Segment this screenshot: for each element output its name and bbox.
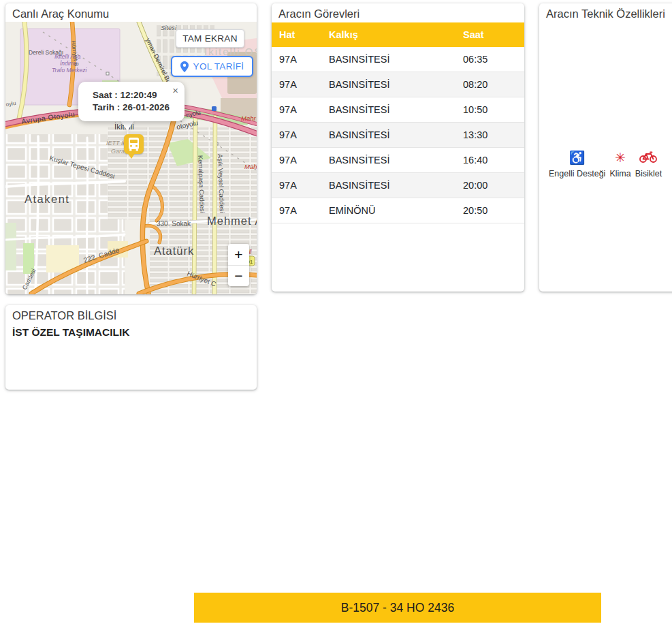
cell-hat: 97A (272, 129, 321, 140)
bicycle-icon (639, 151, 657, 167)
table-row: 97A BASINSİTESİ 13:30 (272, 123, 524, 148)
cell-saat: 10:50 (455, 104, 524, 115)
zoom-out-button[interactable]: − (228, 265, 249, 287)
cell-saat: 20:00 (455, 180, 524, 191)
map-label-atakent: Atakent (25, 193, 69, 205)
cell-hat: 97A (272, 104, 321, 115)
cell-saat: 16:40 (455, 155, 524, 166)
map-label-iett2: Gara (111, 148, 125, 155)
map-label-ataturk: Atatürk (154, 245, 194, 257)
tasks-table: Hat Kalkış Saat 97A BASINSİTESİ 06:35 97… (272, 22, 524, 223)
cell-hat: 97A (272, 180, 321, 191)
table-row: 97A EMİNÖNÜ 20:50 (272, 198, 524, 223)
popup-close-icon[interactable]: × (171, 84, 180, 97)
wheelchair-icon: ♿ (569, 151, 586, 167)
cell-kalkis: BASINSİTESİ (321, 155, 455, 166)
vehicle-tracking-page: Canlı Araç Konumu (0, 0, 672, 624)
feature-bisiklet: Bisiklet (635, 151, 662, 178)
live-location-card: Canlı Araç Konumu (5, 3, 257, 294)
directions-button-label: YOL TARİFİ (193, 61, 244, 72)
cell-saat: 06:35 (455, 54, 524, 65)
cell-saat: 20:50 (455, 205, 524, 216)
cell-kalkis: BASINSİTESİ (321, 104, 455, 115)
column-header-saat: Saat (455, 29, 524, 40)
plate-text: B-1507 - 34 HO 2436 (341, 601, 454, 615)
fullscreen-button[interactable]: TAM EKRAN (176, 29, 244, 48)
cell-hat: 97A (272, 54, 321, 65)
tech-card-title: Aracın Teknik Özellikleri (539, 3, 672, 22)
map-label-mah: Mah (244, 163, 257, 170)
cell-hat: 97A (272, 79, 321, 90)
feature-wheelchair: ♿ Engelli Desteği (549, 151, 605, 178)
feature-label: Klima (609, 169, 630, 178)
table-row: 97A BASINSİTESİ 08:20 (272, 72, 524, 97)
cell-saat: 08:20 (455, 79, 524, 90)
feature-label: Bisiklet (635, 169, 662, 178)
vehicle-tasks-card: Aracın Görevleri Hat Kalkış Saat 97A BAS… (272, 3, 524, 292)
feature-list: ♿ Engelli Desteği ✳ Klima Bisiklet (549, 151, 662, 178)
vehicle-info-popup: Saat : 12:20:49 Tarih : 26-01-2026 × (78, 82, 185, 121)
cell-kalkis: BASINSİTESİ (321, 180, 455, 191)
table-row: 97A BASINSİTESİ 16:40 (272, 148, 524, 173)
map-label-sitesi: Sitesi (161, 24, 177, 31)
feature-klima: ✳ Klima (609, 151, 630, 178)
map-label-330sokak: 330. Sokak (157, 220, 191, 228)
operator-card-title: OPERATOR BİLGİSİ (5, 305, 257, 324)
directions-button[interactable]: YOL TARİFİ (171, 56, 253, 77)
technical-features-card: Aracın Teknik Özellikleri ♿ Engelli Dest… (539, 3, 672, 292)
column-header-hat: Hat (272, 29, 321, 40)
column-header-kalkis: Kalkış (321, 29, 455, 40)
tasks-table-header: Hat Kalkış Saat (272, 22, 524, 47)
map-label-trafo3: Trafo Merkezi (52, 67, 87, 74)
cell-hat: 97A (272, 205, 321, 216)
table-row: 97A BASINSİTESİ 20:00 (272, 173, 524, 198)
cell-kalkis: EMİNÖNÜ (321, 205, 455, 216)
table-row: 97A BASINSİTESİ 06:35 (272, 47, 524, 72)
cell-kalkis: BASINSİTESİ (321, 129, 455, 140)
cell-kalkis: BASINSİTESİ (321, 79, 455, 90)
operator-info-card: OPERATOR BİLGİSİ İST ÖZEL TAŞIMACILIK (5, 305, 257, 390)
map-card-title: Canlı Araç Konumu (5, 3, 257, 22)
map-pin-icon (180, 61, 189, 72)
popup-tail (120, 120, 135, 138)
table-row: 97A BASINSİTESİ 10:50 (272, 97, 524, 123)
tasks-card-title: Aracın Görevleri (272, 3, 524, 22)
cell-saat: 13:30 (455, 129, 524, 140)
asterisk-snowflake-icon: ✳ (615, 151, 626, 167)
vehicle-plate-bar: B-1507 - 34 HO 2436 (194, 593, 601, 623)
map-zoom-control: + − (228, 244, 249, 286)
cell-hat: 97A (272, 155, 321, 166)
cell-kalkis: BASINSİTESİ (321, 54, 455, 65)
operator-name: İST ÖZEL TAŞIMACILIK (5, 324, 257, 341)
popup-date: Tarih : 26-01-2026 (93, 102, 185, 114)
zoom-in-button[interactable]: + (228, 244, 249, 265)
map-label-mehmet: Mehmet Aki (207, 215, 257, 227)
feature-label: Engelli Desteği (549, 169, 605, 178)
map-label-mahr: Mahr (241, 114, 256, 122)
